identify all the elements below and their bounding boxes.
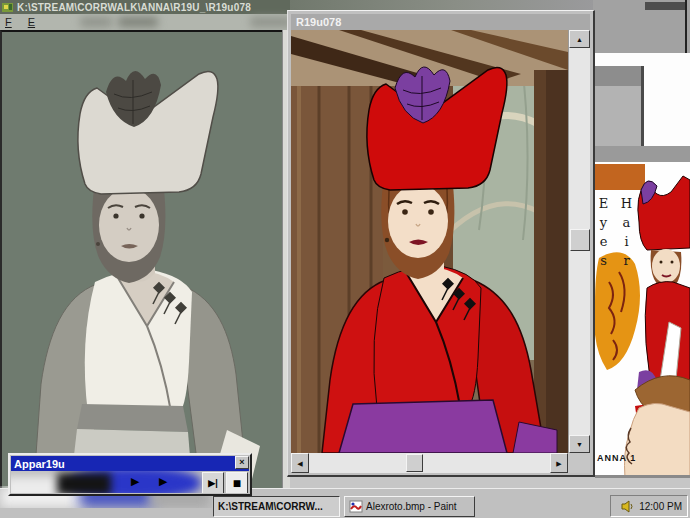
taskbar-button-paint[interactable]: Alexroto.bmp - Paint bbox=[344, 496, 475, 517]
blurred-content bbox=[11, 477, 67, 493]
background-window-top-right bbox=[593, 0, 690, 53]
speaker-icon[interactable] bbox=[621, 500, 634, 513]
scroll-right-button[interactable]: ▶ bbox=[550, 453, 568, 473]
desktop: Eyes Hair ANNA 1 K:\STREAM\CORRWALK\ANNA… bbox=[0, 0, 690, 518]
taskbar-button-label: Alexroto.bmp - Paint bbox=[366, 501, 457, 512]
reference-sheet-window: Eyes Hair ANNA 1 bbox=[595, 162, 690, 478]
bw-photo bbox=[2, 32, 282, 497]
up-arrow-icon: ▲ bbox=[576, 36, 583, 43]
bw-photo-area bbox=[0, 30, 282, 497]
system-tray: 12:00 PM bbox=[610, 495, 688, 517]
background-panel-body bbox=[595, 86, 641, 146]
horizontal-scrollbar[interactable]: ◀ ▶ bbox=[291, 453, 568, 473]
appar-content: ▶ ▶ ▶| ■ bbox=[11, 471, 249, 493]
down-arrow-icon: ▼ bbox=[576, 441, 583, 448]
reference-caption: ANNA 1 bbox=[597, 453, 636, 463]
window-title: K:\STREAM\CORRWALK\ANNA\R19U_\R19u078 bbox=[17, 2, 251, 13]
app-icon bbox=[2, 2, 14, 13]
close-icon: × bbox=[239, 458, 244, 467]
title-bar[interactable]: K:\STREAM\CORRWALK\ANNA\R19U_\R19u078 bbox=[0, 0, 290, 14]
background-window-bar bbox=[593, 146, 690, 162]
vertical-scrollbar-thumb[interactable] bbox=[570, 229, 590, 251]
scroll-up-button[interactable]: ▲ bbox=[569, 30, 590, 48]
background-strip bbox=[287, 0, 593, 10]
horizontal-scrollbar-thumb[interactable] bbox=[406, 454, 423, 472]
color-image-canvas[interactable] bbox=[291, 30, 568, 453]
scroll-left-button[interactable]: ◀ bbox=[291, 453, 309, 473]
paint-icon bbox=[349, 500, 363, 513]
window-appar19u: Appar19u × ▶ ▶ ▶| ■ bbox=[8, 453, 252, 496]
menu-blurred-item bbox=[250, 17, 292, 27]
blurred-content bbox=[57, 473, 111, 493]
window-title: Appar19u bbox=[11, 458, 65, 470]
scrollbar-corner bbox=[568, 453, 590, 473]
vertical-scrollbar[interactable]: ▲ ▼ bbox=[568, 30, 590, 453]
stop-icon: ■ bbox=[233, 475, 241, 491]
menu-item-file[interactable]: F bbox=[5, 16, 12, 28]
play-button[interactable]: ▶ bbox=[131, 476, 139, 487]
reference-label-eyes: Eyes bbox=[597, 196, 610, 272]
tray-clock[interactable]: 12:00 PM bbox=[639, 501, 682, 512]
background-window-edge bbox=[645, 2, 687, 10]
next-icon: ▶| bbox=[208, 478, 217, 488]
close-button[interactable]: × bbox=[235, 456, 249, 469]
color-photo bbox=[291, 30, 568, 453]
taskbar-button-stream[interactable]: K:\STREAM\CORRW... bbox=[213, 496, 340, 517]
scroll-down-button[interactable]: ▼ bbox=[569, 435, 590, 453]
window-r19u078: R19u078 bbox=[287, 10, 595, 477]
stop-button[interactable]: ■ bbox=[226, 472, 248, 493]
reference-label-hair: Hair bbox=[620, 196, 633, 272]
left-arrow-icon: ◀ bbox=[297, 460, 302, 467]
menu-blurred-item bbox=[118, 17, 158, 27]
play-button[interactable]: ▶ bbox=[159, 476, 167, 487]
next-button[interactable]: ▶| bbox=[202, 472, 224, 493]
background-panel bbox=[593, 53, 690, 146]
window-corrwalk: K:\STREAM\CORRWALK\ANNA\R19U_\R19u078 F … bbox=[0, 0, 290, 497]
taskbar-button-label: K:\STREAM\CORRW... bbox=[218, 501, 323, 512]
title-bar[interactable]: R19u078 bbox=[291, 14, 590, 30]
window-title: R19u078 bbox=[296, 16, 341, 28]
title-bar[interactable]: Appar19u bbox=[11, 456, 249, 471]
right-arrow-icon: ▶ bbox=[556, 460, 561, 467]
menu-item-edit[interactable]: E bbox=[28, 16, 35, 28]
background-panel-divider bbox=[641, 66, 644, 146]
background-panel-header bbox=[595, 66, 641, 86]
menu-blurred-item bbox=[80, 17, 112, 27]
menu-bar: F E bbox=[0, 14, 290, 30]
